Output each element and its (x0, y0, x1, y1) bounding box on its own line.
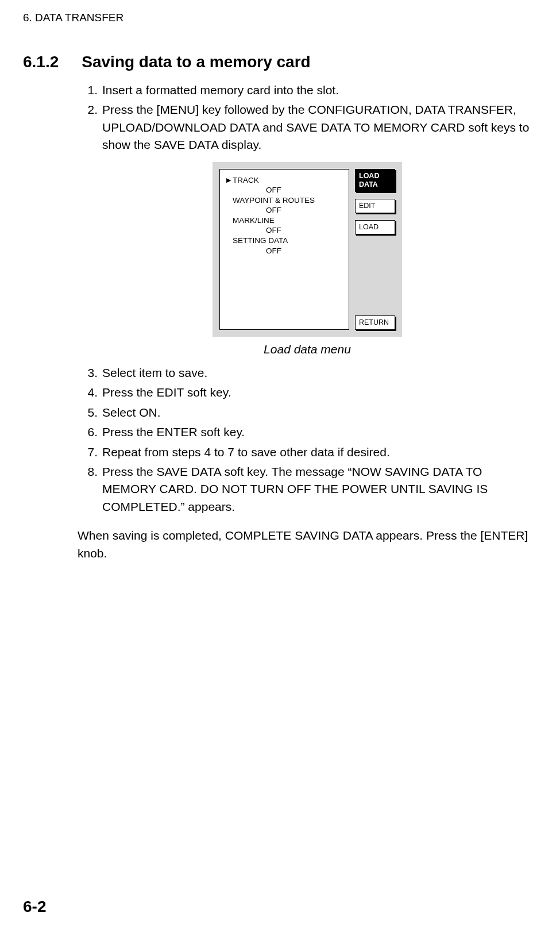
closing-paragraph: When saving is completed, COMPLETE SAVIN… (78, 527, 537, 562)
step-text: Insert a formatted memory card into the … (102, 82, 537, 99)
device-screen-panel: ▶ TRACK OFF WAYPOINT & ROUTES OFF MARK/L… (213, 162, 402, 337)
step-item: 6. Press the ENTER soft key. (78, 424, 537, 441)
step-text: Press the [MENU] key followed by the CON… (102, 101, 537, 153)
step-number: 8. (78, 463, 98, 480)
step-item: 1. Insert a formatted memory card into t… (78, 82, 537, 99)
step-number: 4. (78, 384, 98, 401)
section-number: 6.1.2 (23, 53, 59, 71)
menu-item-value: OFF (233, 246, 281, 256)
menu-screen: ▶ TRACK OFF WAYPOINT & ROUTES OFF MARK/L… (219, 169, 349, 330)
figure-caption: Load data menu (78, 342, 537, 356)
step-item: 3. Select item to save. (78, 364, 537, 382)
page-number: 6-2 (23, 898, 46, 916)
step-item: 4. Press the EDIT soft key. (78, 384, 537, 401)
step-text: Press the EDIT soft key. (102, 384, 537, 401)
menu-item-name: MARK/LINE (233, 215, 275, 226)
figure: ▶ TRACK OFF WAYPOINT & ROUTES OFF MARK/L… (78, 162, 537, 337)
step-number: 7. (78, 444, 98, 461)
softkey-edit[interactable]: EDIT (355, 199, 395, 213)
step-number: 3. (78, 364, 98, 382)
section-name: Saving data to a memory card (82, 53, 310, 71)
menu-item-name: TRACK (233, 175, 259, 186)
step-item: 5. Select ON. (78, 404, 537, 421)
step-number: 1. (78, 82, 98, 99)
step-list-after: 3. Select item to save. 4. Press the EDI… (78, 364, 537, 516)
step-number: 5. (78, 404, 98, 421)
chapter-header: 6. DATA TRANSFER (23, 11, 537, 24)
step-number: 6. (78, 424, 98, 441)
menu-item-value: OFF (233, 205, 281, 215)
step-text: Press the SAVE DATA soft key. The messag… (102, 463, 537, 515)
softkey-column: LOAD DATA EDIT LOAD RETURN (355, 169, 395, 330)
menu-item-value: OFF (233, 185, 281, 195)
step-item: 7. Repeat from steps 4 to 7 to save othe… (78, 444, 537, 461)
menu-item-name: WAYPOINT & ROUTES (233, 195, 315, 206)
menu-item-name: SETTING DATA (233, 236, 288, 246)
section-title: 6.1.2 Saving data to a memory card (23, 53, 537, 71)
step-number: 2. (78, 101, 98, 118)
step-list-before: 1. Insert a formatted memory card into t… (78, 82, 537, 154)
cursor-icon: ▶ (226, 176, 231, 184)
step-text: Select ON. (102, 404, 537, 421)
step-text: Select item to save. (102, 364, 537, 382)
step-item: 2. Press the [MENU] key followed by the … (78, 101, 537, 153)
softkey-load-data[interactable]: LOAD DATA (355, 169, 395, 192)
softkey-load[interactable]: LOAD (355, 220, 395, 234)
softkey-return[interactable]: RETURN (355, 315, 395, 330)
menu-item-value: OFF (233, 225, 281, 236)
step-text: Press the ENTER soft key. (102, 424, 537, 441)
step-item: 8. Press the SAVE DATA soft key. The mes… (78, 463, 537, 515)
step-text: Repeat from steps 4 to 7 to save other d… (102, 444, 537, 461)
